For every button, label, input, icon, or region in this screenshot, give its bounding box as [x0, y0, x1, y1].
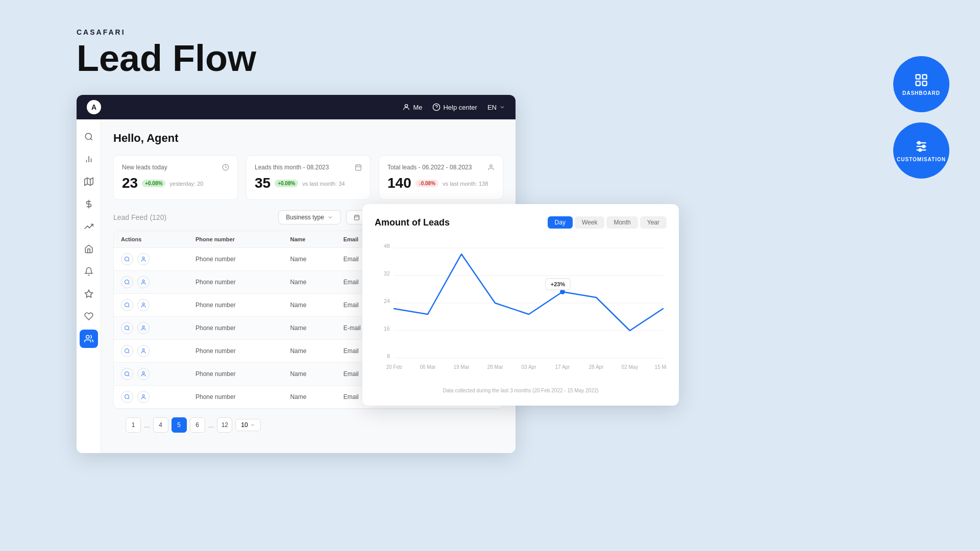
sidebar-item-heart[interactable]: [80, 307, 98, 325]
home-icon: [84, 244, 93, 254]
svg-point-38: [125, 280, 129, 284]
person-action-icon[interactable]: [137, 368, 150, 380]
svg-line-45: [128, 329, 129, 330]
page-btn-5[interactable]: 5: [172, 417, 187, 433]
star-icon: [84, 289, 93, 298]
search-action-icon[interactable]: [121, 276, 133, 288]
dashboard-icon: [914, 73, 928, 87]
table-cell-actions-2: [114, 294, 188, 317]
page-btn-4[interactable]: 4: [153, 417, 168, 433]
svg-rect-1: [922, 74, 926, 79]
person-action-icon[interactable]: [137, 322, 150, 334]
page-btn-12[interactable]: 12: [217, 417, 232, 433]
svg-text:32: 32: [384, 270, 390, 277]
table-cell-6-0: Phone number: [188, 386, 283, 409]
svg-point-29: [490, 165, 493, 167]
sidebar-item-search[interactable]: [80, 128, 98, 146]
sidebar-item-analytics[interactable]: [80, 150, 98, 168]
page-btn-1[interactable]: 1: [126, 417, 141, 433]
pagination: 1 ... 4 5 6 ... 12 10: [113, 409, 503, 441]
per-page-selector[interactable]: 10: [235, 419, 260, 431]
business-type-filter[interactable]: Business type: [278, 210, 341, 224]
table-cell-actions-0: [114, 248, 188, 271]
chart-tab-year[interactable]: Year: [640, 216, 667, 229]
svg-rect-3: [922, 81, 926, 85]
greeting: Hello, Agent: [113, 132, 503, 145]
table-cell-actions-4: [114, 340, 188, 363]
svg-text:17 Apr: 17 Apr: [555, 364, 571, 370]
person-action-icon[interactable]: [137, 253, 150, 265]
table-cell-1-1: Name: [283, 271, 336, 294]
help-menu[interactable]: Help center: [432, 103, 477, 111]
sidebar-item-trends[interactable]: [80, 217, 98, 236]
chevron-down-icon: [499, 104, 505, 110]
sidebar-item-favorites[interactable]: [80, 285, 98, 303]
svg-text:48: 48: [384, 243, 390, 249]
right-action-buttons: DASHBOARD CUSTOMISATION: [893, 56, 949, 179]
search-action-icon[interactable]: [121, 253, 133, 265]
stat-card-1: Leads this month - 08.2023 35 +0.08% vs …: [246, 155, 371, 200]
svg-point-8: [922, 145, 925, 147]
svg-marker-18: [84, 178, 93, 186]
user-menu[interactable]: Me: [402, 103, 422, 111]
table-cell-2-0: Phone number: [188, 294, 283, 317]
sidebar-item-notifications[interactable]: [80, 262, 98, 281]
page-btn-6[interactable]: 6: [190, 417, 205, 433]
svg-text:20 Feb: 20 Feb: [386, 364, 402, 370]
svg-text:02 May: 02 May: [622, 364, 639, 370]
chart-area: 48 32 24 16 8 +23% 20 Feb 06 Mar 19 Mar …: [375, 239, 667, 384]
users-icon: [84, 334, 93, 343]
page-title: Lead Flow: [77, 38, 256, 79]
table-cell-2-1: Name: [283, 294, 336, 317]
chart-tooltip-text: +23%: [551, 281, 566, 287]
search-action-icon[interactable]: [121, 368, 133, 380]
search-action-icon[interactable]: [121, 345, 133, 357]
chart-tab-month[interactable]: Month: [606, 216, 638, 229]
table-cell-4-1: Name: [283, 340, 336, 363]
trending-icon: [84, 222, 93, 231]
svg-text:03 Apr: 03 Apr: [522, 364, 537, 370]
customisation-label: CUSTOMISATION: [897, 157, 946, 162]
dashboard-button[interactable]: DASHBOARD: [893, 56, 949, 112]
svg-rect-2: [916, 81, 920, 85]
chart-tab-day[interactable]: Day: [548, 216, 573, 229]
svg-point-47: [125, 349, 129, 353]
person-action-icon[interactable]: [137, 276, 150, 288]
svg-rect-0: [916, 74, 920, 79]
person-action-icon[interactable]: [137, 391, 150, 403]
search-action-icon[interactable]: [121, 391, 133, 403]
svg-point-13: [85, 133, 91, 139]
stat-badge-2: ↓0.08%: [415, 180, 438, 187]
dollar-icon: [84, 199, 93, 209]
person-action-icon[interactable]: [137, 299, 150, 311]
table-cell-3-0: Phone number: [188, 317, 283, 340]
chart-footer: Data collected during the last 3 months …: [375, 388, 667, 393]
search-action-icon[interactable]: [121, 299, 133, 311]
svg-point-53: [125, 395, 129, 399]
sidebar-item-home[interactable]: [80, 240, 98, 258]
svg-point-37: [142, 257, 144, 259]
sidebar-item-leads[interactable]: [80, 330, 98, 348]
svg-point-43: [142, 303, 144, 305]
table-cell-0-0: Phone number: [188, 248, 283, 271]
chart-tabs: Day Week Month Year: [548, 216, 667, 229]
heart-icon: [84, 312, 93, 321]
table-cell-6-1: Name: [283, 386, 336, 409]
stat-sub-0: yesterday: 20: [169, 181, 203, 187]
top-nav: A Me Help center EN: [77, 95, 516, 119]
table-cell-4-0: Phone number: [188, 340, 283, 363]
person-action-icon[interactable]: [137, 345, 150, 357]
customisation-button[interactable]: CUSTOMISATION: [893, 122, 949, 179]
search-action-icon[interactable]: [121, 322, 133, 334]
sidebar-item-finance[interactable]: [80, 195, 98, 213]
svg-line-42: [128, 306, 129, 307]
lead-feed-title: Lead Feed (120): [113, 213, 166, 221]
chevron-down-icon-filter: [327, 214, 333, 220]
stat-card-0: New leads today 23 +0.08% yesterday: 20: [113, 155, 238, 200]
svg-point-41: [125, 303, 129, 307]
svg-line-54: [128, 398, 129, 399]
chart-svg: 48 32 24 16 8 +23% 20 Feb 06 Mar 19 Mar …: [375, 239, 667, 382]
lang-selector[interactable]: EN: [487, 104, 505, 111]
chart-tab-week[interactable]: Week: [575, 216, 604, 229]
sidebar-item-map[interactable]: [80, 172, 98, 191]
